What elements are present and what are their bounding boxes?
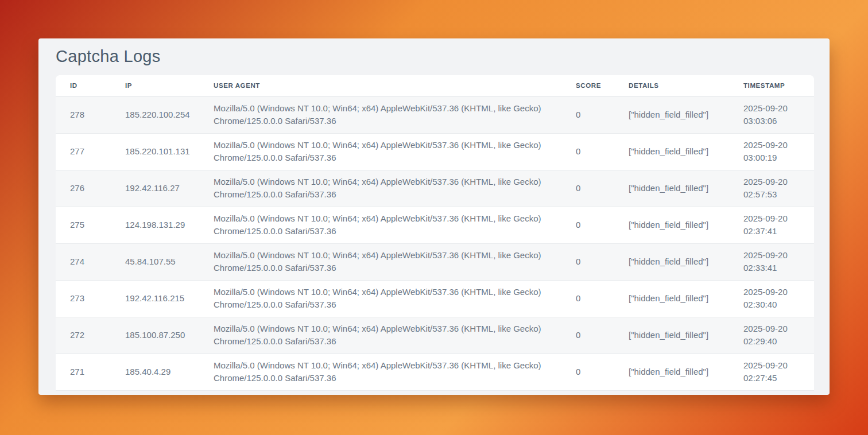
table-header: IDIPUSER AGENTSCOREDETAILSTIMESTAMP xyxy=(56,75,814,96)
cell-ip: 185.40.4.29 xyxy=(111,354,199,390)
cell-score: 0 xyxy=(561,133,614,170)
column-header-score: SCORE xyxy=(561,75,614,96)
cell-ip: 185.220.101.131 xyxy=(111,133,199,170)
column-header-timestamp: TIMESTAMP xyxy=(729,75,814,96)
cell-timestamp: 2025-09-20 02:57:53 xyxy=(729,170,814,207)
cell-ip: 185.220.100.254 xyxy=(111,96,199,133)
cell-score: 0 xyxy=(561,207,614,243)
cell-timestamp: 2025-09-20 02:37:41 xyxy=(729,207,814,243)
cell-user_agent: Mozilla/5.0 (Windows NT 10.0; Win64; x64… xyxy=(199,96,561,133)
table-row: 273192.42.116.215Mozilla/5.0 (Windows NT… xyxy=(56,280,814,317)
cell-user_agent: Mozilla/5.0 (Windows NT 10.0; Win64; x64… xyxy=(199,243,561,280)
cell-timestamp: 2025-09-20 02:33:41 xyxy=(729,243,814,280)
cell-user_agent: Mozilla/5.0 (Windows NT 10.0; Win64; x64… xyxy=(199,133,561,170)
cell-score: 0 xyxy=(561,243,614,280)
cell-score: 0 xyxy=(561,280,614,317)
cell-id: 277 xyxy=(56,133,111,170)
cell-user_agent: Mozilla/5.0 (Windows NT 10.0; Win64; x64… xyxy=(199,170,561,207)
cell-ip: 185.100.87.250 xyxy=(111,317,199,354)
cell-ip: 192.42.116.215 xyxy=(111,280,199,317)
cell-details: ["hidden_field_filled"] xyxy=(614,170,729,207)
cell-user_agent: Mozilla/5.0 (Windows NT 10.0; Win64; x64… xyxy=(199,354,561,390)
cell-timestamp: 2025-09-20 02:30:40 xyxy=(729,280,814,317)
cell-timestamp: 2025-09-20 02:29:40 xyxy=(729,317,814,354)
column-header-user_agent: USER AGENT xyxy=(199,75,561,96)
captcha-logs-table: IDIPUSER AGENTSCOREDETAILSTIMESTAMP 2781… xyxy=(56,75,814,391)
column-header-ip: IP xyxy=(111,75,199,96)
cell-details: ["hidden_field_filled"] xyxy=(614,96,729,133)
page-title: Captcha Logs xyxy=(56,48,814,65)
cell-score: 0 xyxy=(561,317,614,354)
cell-ip: 124.198.131.29 xyxy=(111,207,199,243)
table-body: 278185.220.100.254Mozilla/5.0 (Windows N… xyxy=(56,96,814,390)
table-row: 275124.198.131.29Mozilla/5.0 (Windows NT… xyxy=(56,207,814,243)
cell-ip: 192.42.116.27 xyxy=(111,170,199,207)
cell-ip: 45.84.107.55 xyxy=(111,243,199,280)
cell-details: ["hidden_field_filled"] xyxy=(614,280,729,317)
column-header-details: DETAILS xyxy=(614,75,729,96)
cell-score: 0 xyxy=(561,170,614,207)
page-background: { "page": { "title": "Captcha Logs" }, "… xyxy=(0,0,868,435)
cell-id: 276 xyxy=(56,170,111,207)
cell-id: 272 xyxy=(56,317,111,354)
cell-details: ["hidden_field_filled"] xyxy=(614,317,729,354)
table-header-row: IDIPUSER AGENTSCOREDETAILSTIMESTAMP xyxy=(56,75,814,96)
column-header-id: ID xyxy=(56,75,111,96)
cell-details: ["hidden_field_filled"] xyxy=(614,207,729,243)
table-row: 271185.40.4.29Mozilla/5.0 (Windows NT 10… xyxy=(56,354,814,390)
cell-user_agent: Mozilla/5.0 (Windows NT 10.0; Win64; x64… xyxy=(199,317,561,354)
table-row: 276192.42.116.27Mozilla/5.0 (Windows NT … xyxy=(56,170,814,207)
table-row: 272185.100.87.250Mozilla/5.0 (Windows NT… xyxy=(56,317,814,354)
cell-score: 0 xyxy=(561,354,614,390)
cell-timestamp: 2025-09-20 02:27:45 xyxy=(729,354,814,390)
cell-user_agent: Mozilla/5.0 (Windows NT 10.0; Win64; x64… xyxy=(199,207,561,243)
captcha-logs-card: Captcha Logs IDIPUSER AGENTSCOREDETAILST… xyxy=(38,38,830,395)
cell-id: 278 xyxy=(56,96,111,133)
cell-user_agent: Mozilla/5.0 (Windows NT 10.0; Win64; x64… xyxy=(199,280,561,317)
cell-id: 271 xyxy=(56,354,111,390)
cell-timestamp: 2025-09-20 03:00:19 xyxy=(729,133,814,170)
table-row: 27445.84.107.55Mozilla/5.0 (Windows NT 1… xyxy=(56,243,814,280)
cell-id: 275 xyxy=(56,207,111,243)
cell-score: 0 xyxy=(561,96,614,133)
table-row: 278185.220.100.254Mozilla/5.0 (Windows N… xyxy=(56,96,814,133)
cell-details: ["hidden_field_filled"] xyxy=(614,133,729,170)
cell-id: 273 xyxy=(56,280,111,317)
cell-details: ["hidden_field_filled"] xyxy=(614,354,729,390)
cell-id: 274 xyxy=(56,243,111,280)
cell-details: ["hidden_field_filled"] xyxy=(614,243,729,280)
cell-timestamp: 2025-09-20 03:03:06 xyxy=(729,96,814,133)
table-row: 277185.220.101.131Mozilla/5.0 (Windows N… xyxy=(56,133,814,170)
